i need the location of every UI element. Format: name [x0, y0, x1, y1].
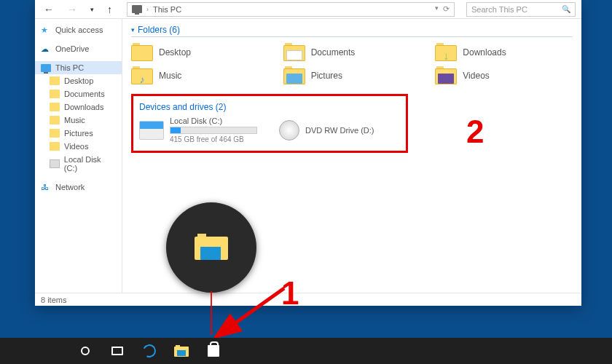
sidebar-item-label: Music	[64, 116, 85, 124]
folder-icon	[50, 129, 60, 138]
folder-label: Documents	[311, 47, 356, 58]
cortana-button[interactable]	[70, 338, 101, 364]
titlebar: ← → ▾ ↑ › This PC ▾ ⟳ Search This PC 🔍	[35, 0, 581, 19]
drive-dvd-rw-d[interactable]: DVD RW Drive (D:)	[279, 120, 374, 141]
pc-icon	[132, 5, 142, 13]
file-explorer-icon-large	[195, 234, 228, 261]
sidebar-item-label: Documents	[64, 90, 105, 98]
folder-label: Downloads	[463, 47, 506, 58]
folder-icon	[50, 116, 60, 124]
address-bar[interactable]: › This PC ▾ ⟳	[127, 2, 455, 17]
folder-icon: ♪	[131, 66, 153, 85]
annotation-leader-line	[211, 291, 212, 335]
sidebar-item-label: Network	[55, 183, 85, 191]
sidebar-item-pictures[interactable]: Pictures	[35, 127, 122, 140]
folder-documents[interactable]: Documents	[283, 43, 421, 62]
drive-label: DVD RW Drive (D:)	[305, 126, 374, 135]
sidebar-item-label: Pictures	[64, 129, 93, 138]
sidebar-item-this-pc[interactable]: This PC	[35, 61, 122, 74]
file-explorer-icon	[174, 345, 189, 357]
sidebar-item-label: Desktop	[64, 76, 93, 85]
taskbar	[0, 338, 612, 364]
folder-label: Desktop	[159, 47, 191, 58]
sidebar-item-label: OneDrive	[55, 44, 89, 53]
dvd-icon	[279, 120, 299, 141]
folder-music[interactable]: ♪ Music	[131, 66, 269, 85]
sidebar-item-videos[interactable]: Videos	[35, 140, 122, 153]
edge-icon	[141, 342, 157, 359]
store-icon	[208, 345, 219, 357]
folder-icon	[283, 43, 305, 62]
drives-header-label: Devices and drives (2)	[139, 102, 226, 112]
folder-icon	[50, 103, 60, 111]
sidebar-item-label: Quick access	[55, 25, 103, 34]
folder-icon	[50, 90, 60, 98]
item-count: 8 items	[41, 296, 66, 304]
chevron-right-icon: ›	[146, 6, 149, 13]
folders-header-label: Folders (6)	[138, 25, 180, 35]
annotation-number-2: 2	[466, 114, 484, 150]
history-dropdown[interactable]: ▾	[87, 6, 97, 13]
sidebar-item-downloads[interactable]: Downloads	[35, 100, 122, 114]
pc-icon	[41, 64, 51, 72]
task-view-button[interactable]	[102, 338, 133, 364]
folder-icon	[435, 66, 457, 85]
back-button[interactable]: ←	[41, 4, 57, 15]
sidebar-item-local-disk[interactable]: Local Disk (C:)	[35, 153, 122, 175]
sidebar-item-label: Downloads	[64, 103, 103, 111]
search-placeholder: Search This PC	[471, 5, 527, 14]
edge-button[interactable]	[134, 338, 165, 364]
file-explorer-taskbar-button[interactable]	[166, 338, 197, 364]
sidebar-item-quick-access[interactable]: ★ Quick access	[35, 23, 122, 36]
up-button[interactable]: ↑	[104, 4, 115, 15]
drive-meta: 415 GB free of 464 GB	[170, 135, 257, 143]
cloud-icon: ☁	[41, 44, 51, 53]
sidebar-item-label: This PC	[55, 63, 84, 72]
star-icon: ★	[41, 25, 51, 34]
sidebar-item-documents[interactable]: Documents	[35, 87, 122, 100]
hdd-icon	[139, 121, 164, 140]
folder-icon	[283, 66, 305, 85]
folder-icon	[131, 43, 153, 62]
drive-icon	[50, 159, 60, 168]
drive-usage-bar	[170, 127, 257, 134]
folder-videos[interactable]: Videos	[435, 66, 573, 85]
folders-group-header[interactable]: ▾ Folders (6)	[131, 23, 573, 37]
drive-label: Local Disk (C:)	[170, 116, 257, 125]
store-button[interactable]	[198, 338, 229, 364]
refresh-icon[interactable]: ⟳	[443, 4, 450, 14]
folder-label: Pictures	[311, 71, 342, 81]
navigation-sidebar: ★ Quick access ☁ OneDrive This PC Deskto…	[35, 19, 122, 293]
sidebar-item-label: Videos	[64, 142, 88, 151]
zoom-circle	[166, 202, 256, 293]
folder-downloads[interactable]: ↓ Downloads	[435, 43, 573, 62]
status-bar: 8 items	[35, 293, 581, 306]
sidebar-item-onedrive[interactable]: ☁ OneDrive	[35, 42, 122, 55]
folder-icon	[50, 142, 60, 151]
chevron-down-icon: ▾	[131, 26, 135, 33]
folder-icon	[50, 76, 60, 85]
annotation-number-1: 1	[281, 275, 299, 312]
search-input[interactable]: Search This PC 🔍	[466, 2, 576, 17]
search-icon: 🔍	[562, 5, 570, 13]
folder-label: Music	[159, 71, 181, 81]
folder-pictures[interactable]: Pictures	[283, 66, 421, 85]
network-icon: 🖧	[41, 183, 51, 191]
drives-group-header[interactable]: Devices and drives (2)	[139, 100, 400, 114]
sidebar-item-desktop[interactable]: Desktop	[35, 74, 122, 87]
sidebar-item-network[interactable]: 🖧 Network	[35, 181, 122, 194]
sidebar-item-music[interactable]: Music	[35, 114, 122, 127]
drives-highlight-box: Devices and drives (2) Local Disk (C:) 4…	[131, 94, 408, 153]
task-view-icon	[111, 347, 123, 355]
file-explorer-window: ← → ▾ ↑ › This PC ▾ ⟳ Search This PC 🔍	[35, 0, 581, 306]
drive-local-disk-c[interactable]: Local Disk (C:) 415 GB free of 464 GB	[139, 116, 257, 143]
forward-button[interactable]: →	[64, 4, 80, 15]
folder-desktop[interactable]: Desktop	[131, 43, 269, 62]
cortana-icon	[81, 347, 90, 355]
folder-icon: ↓	[435, 43, 457, 62]
folder-label: Videos	[463, 71, 489, 81]
sidebar-item-label: Local Disk (C:)	[64, 155, 116, 173]
address-dropdown-icon[interactable]: ▾	[435, 4, 439, 14]
breadcrumb-location[interactable]: This PC	[153, 5, 181, 14]
